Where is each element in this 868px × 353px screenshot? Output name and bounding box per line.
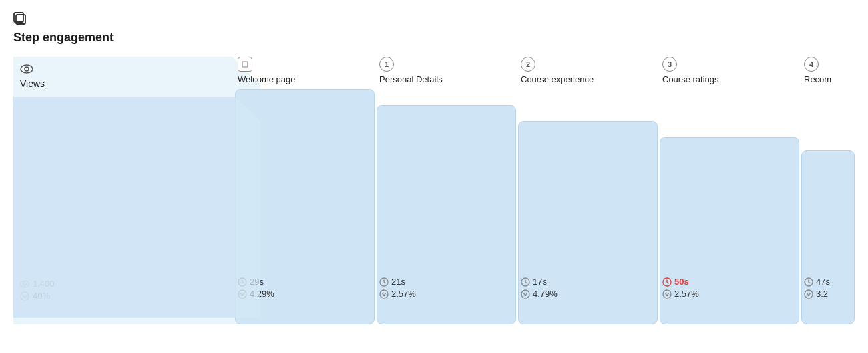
views-stats: 1,400 40% <box>20 279 55 301</box>
eye-icon <box>20 62 33 76</box>
welcome-stats: 29s 4.29% <box>238 277 274 299</box>
course-ratings-drop-val: 2.57% <box>674 289 699 299</box>
eye-small-icon <box>20 279 29 289</box>
recom-drop: 3.2 <box>804 289 830 299</box>
svg-point-13 <box>380 290 388 298</box>
recom-time: 47s <box>804 277 830 287</box>
course-exp-badge: 2 <box>521 57 535 72</box>
step-col-personal: 1 Personal Details 21s <box>377 57 516 324</box>
svg-point-7 <box>23 283 26 285</box>
recom-header: 4 Recom <box>804 57 831 86</box>
svg-point-15 <box>521 290 529 298</box>
down-circle-icon-views <box>20 291 29 301</box>
recom-time-val: 47s <box>816 277 830 287</box>
course-ratings-badge: 3 <box>662 57 677 72</box>
personal-header: 1 Personal Details <box>379 57 443 86</box>
views-stat-2: 40% <box>20 291 55 301</box>
steps-container: Welcome page 29s <box>235 57 855 324</box>
page-title: Step engagement <box>13 31 855 45</box>
course-exp-drop: 4.79% <box>521 289 558 299</box>
personal-time-val: 21s <box>391 277 405 287</box>
personal-time: 21s <box>379 277 416 287</box>
course-ratings-time-val: 50s <box>674 277 689 287</box>
square-badge-icon <box>242 61 248 68</box>
views-column: Views 1,400 40% <box>13 57 234 324</box>
views-stat-1: 1,400 <box>20 279 55 289</box>
down-circle-icon-course-exp <box>521 289 530 299</box>
course-exp-drop-val: 4.79% <box>533 289 558 299</box>
welcome-label: Welcome page <box>238 74 295 86</box>
course-ratings-label: Course ratings <box>662 74 719 86</box>
course-exp-label: Course experience <box>521 74 594 86</box>
welcome-time-val: 29s <box>250 277 264 287</box>
down-circle-icon-welcome <box>238 289 247 299</box>
header-icon <box>13 12 855 29</box>
views-header: Views <box>20 62 45 89</box>
down-circle-icon-personal <box>379 289 389 299</box>
clock-icon-welcome <box>238 277 247 287</box>
course-exp-header: 2 Course experience <box>521 57 594 86</box>
views-count: 1,400 <box>33 279 55 289</box>
down-circle-icon-course-ratings <box>662 289 672 299</box>
course-ratings-stats: 50s 2.57% <box>662 277 699 299</box>
page-container: Step engagement Views <box>0 0 868 353</box>
down-circle-icon-recom <box>804 289 813 299</box>
welcome-drop: 4.29% <box>238 289 274 299</box>
views-drop: 40% <box>33 291 50 301</box>
recom-drop-val: 3.2 <box>816 289 828 299</box>
welcome-time: 29s <box>238 277 274 287</box>
clock-icon-recom <box>804 277 813 287</box>
personal-stats: 21s 2.57% <box>379 277 416 299</box>
personal-label: Personal Details <box>379 74 443 86</box>
views-icon-wrap <box>20 62 45 76</box>
course-exp-time: 17s <box>521 277 558 287</box>
course-ratings-header: 3 Course ratings <box>662 57 719 86</box>
welcome-drop-val: 4.29% <box>250 289 274 299</box>
course-exp-time-val: 17s <box>533 277 547 287</box>
course-exp-stats: 17s 4.79% <box>521 277 558 299</box>
step-col-welcome: Welcome page 29s <box>235 57 375 324</box>
personal-drop: 2.57% <box>379 289 416 299</box>
recom-badge: 4 <box>804 57 819 72</box>
recom-stats: 47s 3.2 <box>804 277 830 299</box>
step-col-recom: 4 Recom 47s <box>801 57 855 324</box>
chart-area: Views 1,400 40% <box>13 57 855 324</box>
personal-badge: 1 <box>379 57 394 72</box>
clock-icon-course-exp <box>521 277 530 287</box>
personal-drop-val: 2.57% <box>391 289 416 299</box>
svg-point-17 <box>663 290 671 298</box>
views-label: Views <box>20 78 45 89</box>
svg-point-8 <box>21 292 29 300</box>
recom-label: Recom <box>804 74 831 86</box>
course-ratings-drop: 2.57% <box>662 289 699 299</box>
welcome-badge <box>238 57 252 72</box>
svg-point-19 <box>805 290 813 298</box>
clock-icon-course-ratings <box>662 277 672 287</box>
svg-point-6 <box>21 281 29 287</box>
course-ratings-time: 50s <box>662 277 699 287</box>
step-col-course-ratings: 3 Course ratings 50s <box>660 57 799 324</box>
step-col-course-exp: 2 Course experience 17s <box>518 57 658 324</box>
welcome-header: Welcome page <box>238 57 295 86</box>
svg-point-5 <box>25 67 29 71</box>
svg-rect-0 <box>16 15 25 24</box>
svg-point-4 <box>21 65 33 73</box>
clock-icon-personal <box>379 277 389 287</box>
svg-rect-9 <box>242 62 248 67</box>
svg-point-11 <box>238 290 246 298</box>
